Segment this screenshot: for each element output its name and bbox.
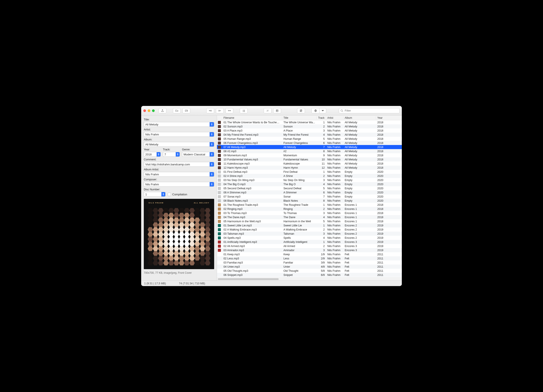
cell-title: Ringing bbox=[282, 207, 317, 211]
composer-field[interactable]: Nils Frahm bbox=[144, 182, 214, 187]
table-row[interactable]: 04 Spells.mp3Spells4Nils FrahmEncores 22… bbox=[217, 236, 402, 240]
table-row[interactable]: 05 Old Thought.mp3Old Thought5/9Nils Fra… bbox=[217, 269, 402, 273]
cell-artist: Nils Frahm bbox=[326, 249, 343, 252]
open-folder-button[interactable] bbox=[173, 108, 181, 113]
table-row[interactable]: 04 My Friend the Forest.mp3My Friend the… bbox=[217, 133, 402, 137]
dropdown-icon[interactable] bbox=[209, 132, 214, 136]
comment-field[interactable]: Visit http://nilsfrahm.bandcamp.com bbox=[144, 162, 214, 167]
albumartist-field[interactable]: Nils Frahm bbox=[144, 172, 214, 177]
filename-to-tag-button[interactable] bbox=[216, 108, 224, 113]
table-row[interactable]: 02 A Walking Embrace.mp3A Walking Embrac… bbox=[217, 228, 402, 232]
table-row[interactable]: 06 Forever Changeless.mp3Forever Changel… bbox=[217, 141, 402, 145]
dropdown-icon[interactable] bbox=[209, 182, 214, 186]
track-field[interactable]: 7 bbox=[163, 152, 180, 157]
table-row[interactable]: 02 A Shine.mp3A Shine2Nils FrahmEmpty202… bbox=[217, 174, 402, 178]
cell-track: 3 bbox=[317, 212, 326, 215]
filter-search[interactable] bbox=[339, 108, 400, 113]
table-row[interactable]: 10 Fundamental Values.mp3Fundamental Val… bbox=[217, 157, 402, 162]
minimize-window-button[interactable] bbox=[148, 109, 150, 112]
genre-field[interactable]: Modern Classical bbox=[182, 152, 214, 157]
dropdown-icon[interactable] bbox=[209, 162, 214, 167]
col-filename[interactable]: Filename bbox=[222, 116, 282, 119]
globe-button[interactable] bbox=[311, 108, 319, 113]
cell-artist: Nils Frahm bbox=[326, 216, 343, 219]
cell-album: All Melody bbox=[343, 158, 376, 161]
tag-to-filename-button[interactable] bbox=[206, 108, 214, 113]
table-row[interactable]: 06 A Shimmer.mp3A Shimmer6Nils FrahmEmpt… bbox=[217, 190, 402, 195]
col-album[interactable]: Album bbox=[343, 116, 376, 119]
stepper-icon[interactable] bbox=[157, 152, 160, 157]
status-bar: 1 (9:31 | 17,5 MB) 74 (7:01:34 | 710 MB) bbox=[141, 280, 402, 286]
year-field[interactable]: 2018 bbox=[144, 152, 161, 157]
table-row[interactable]: 08 Black Notes.mp3Black Notes8Nils Frahm… bbox=[217, 199, 402, 203]
table-row[interactable]: 03 A Place.mp3A Place3Nils FrahmAll Melo… bbox=[217, 129, 402, 133]
table-row[interactable]: 01 Keep.mp3Keep1/9Nils FrahmFelt2011 bbox=[217, 252, 402, 256]
table-row[interactable]: 03 No Step On Wing.mp3No Step On Wing3Ni… bbox=[217, 178, 402, 182]
title-field[interactable]: All Melody bbox=[144, 122, 214, 127]
table-row[interactable]: 05 Second Defeat.mp3Second Defeat5Nils F… bbox=[217, 186, 402, 190]
zoom-window-button[interactable] bbox=[152, 109, 155, 112]
table-row[interactable]: 07 Sonar.mp3Sonar7Nils FrahmEmpty2020 bbox=[217, 195, 402, 199]
calendar-button[interactable] bbox=[273, 108, 281, 113]
album-art[interactable]: NILS FRAHM ALL MELODY bbox=[144, 199, 214, 269]
table-row[interactable]: 02 Ringing.mp3Ringing2Nils FrahmEncores … bbox=[217, 207, 402, 211]
rename-button[interactable] bbox=[226, 108, 233, 113]
dropdown-icon[interactable] bbox=[209, 122, 214, 127]
table-body[interactable]: 01 The Whole Universe Wants to Be Touche… bbox=[217, 120, 402, 277]
col-track[interactable]: Track bbox=[317, 116, 326, 119]
table-row[interactable]: 02 Less.mp3Less2/9Nils FrahmFelt2011 bbox=[217, 256, 402, 260]
table-row[interactable]: 01 Sweet Little Lie.mp3Sweet Little Lie1… bbox=[217, 223, 402, 228]
table-row[interactable]: 12 Harm Hymn.mp3Harm Hymn12Nils FrahmAll… bbox=[217, 166, 402, 170]
table-row[interactable]: 03 Talisman.mp3Talisman3Nils FrahmEncore… bbox=[217, 232, 402, 236]
cell-filename: 03 No Step On Wing.mp3 bbox=[222, 179, 282, 182]
table-row[interactable]: 03 Familiar.mp3Familiar3/9Nils FrahmFelt… bbox=[217, 260, 402, 265]
cell-artist: Nils Frahm bbox=[326, 199, 343, 202]
horizontal-scrollbar[interactable] bbox=[217, 277, 402, 280]
share-button[interactable] bbox=[158, 108, 166, 113]
cell-filename: 04 The Dane.mp3 bbox=[222, 216, 282, 219]
cell-year: 2019 bbox=[376, 245, 402, 248]
col-title[interactable]: Title bbox=[282, 116, 317, 119]
artist-field[interactable]: Nils Frahm bbox=[144, 132, 214, 137]
table-row[interactable]: 01 The Whole Universe Wants to Be Touche… bbox=[217, 120, 402, 124]
cell-track: 5 bbox=[317, 137, 326, 140]
add-folder-button[interactable] bbox=[182, 108, 190, 113]
table-row[interactable]: 08 #2.mp3#28Nils FrahmAll Melody2018 bbox=[217, 149, 402, 153]
table-row[interactable]: 07 All Melody.mp3All Melody7Nils FrahmAl… bbox=[217, 145, 402, 149]
table-row[interactable]: 04 The Dane.mp3The Dane4Nils FrahmEncore… bbox=[217, 215, 402, 219]
cell-artist: Nils Frahm bbox=[326, 257, 343, 260]
table-row[interactable]: 02 Sunson.mp3Sunson2Nils FrahmAll Melody… bbox=[217, 124, 402, 129]
globe-dropdown-button[interactable] bbox=[319, 108, 326, 113]
track-label: Track: bbox=[163, 148, 180, 151]
table-row[interactable]: 01 First Defeat.mp3First Defeat1Nils Fra… bbox=[217, 170, 402, 174]
table-row[interactable]: 01 Artificially Intelligent.mp3Artificia… bbox=[217, 240, 402, 244]
table-row[interactable]: 05 Harmonium in the Well.mp3Harmonium in… bbox=[217, 219, 402, 223]
table-row[interactable]: 03 To Thomas.mp3To Thomas3Nils FrahmEnco… bbox=[217, 211, 402, 215]
magic-button[interactable] bbox=[264, 108, 272, 113]
table-row[interactable]: 11 Kaleidoscope.mp3Kaleidoscope11Nils Fr… bbox=[217, 162, 402, 166]
table-row[interactable]: 04 Unter.mp3Unter4/9Nils FrahmFelt2011 bbox=[217, 265, 402, 269]
tracklist-button[interactable] bbox=[240, 108, 248, 113]
table-row[interactable]: 03 Amirador.mp3Amirador3Nils FrahmEncore… bbox=[217, 248, 402, 252]
cell-album: All Melody bbox=[343, 121, 376, 124]
edit-button[interactable] bbox=[297, 108, 305, 113]
filter-input[interactable] bbox=[345, 109, 398, 112]
close-window-button[interactable] bbox=[143, 109, 146, 112]
col-artist[interactable]: Artist bbox=[326, 116, 343, 119]
stepper-icon[interactable] bbox=[161, 192, 165, 196]
album-field[interactable]: All Melody bbox=[144, 142, 214, 147]
stepper-icon[interactable] bbox=[176, 152, 180, 157]
table-row[interactable]: 01 The Roughest Trade.mp3The Roughest Tr… bbox=[217, 203, 402, 207]
table-row[interactable]: 04 The Big O.mp3The Big O4Nils FrahmEmpt… bbox=[217, 182, 402, 186]
compilation-checkbox[interactable]: Compilation bbox=[168, 193, 187, 196]
col-year[interactable]: Year bbox=[376, 116, 402, 119]
table-row[interactable]: 06 Snippet.mp3Snippet6/9Nils FrahmFelt20… bbox=[217, 273, 402, 277]
dropdown-icon[interactable] bbox=[209, 142, 214, 146]
cell-year: 2019 bbox=[376, 228, 402, 231]
discno-field[interactable]: 1 bbox=[144, 192, 165, 197]
table-row[interactable]: 05 Human Range.mp3Human Range5Nils Frahm… bbox=[217, 137, 402, 141]
dropdown-icon[interactable] bbox=[209, 152, 214, 157]
table-row[interactable]: 09 Momentum.mp3Momentum9Nils FrahmAll Me… bbox=[217, 153, 402, 157]
dropdown-icon[interactable] bbox=[209, 172, 214, 176]
table-row[interactable]: 02 All Armed.mp3All Armed2Nils FrahmEnco… bbox=[217, 244, 402, 248]
